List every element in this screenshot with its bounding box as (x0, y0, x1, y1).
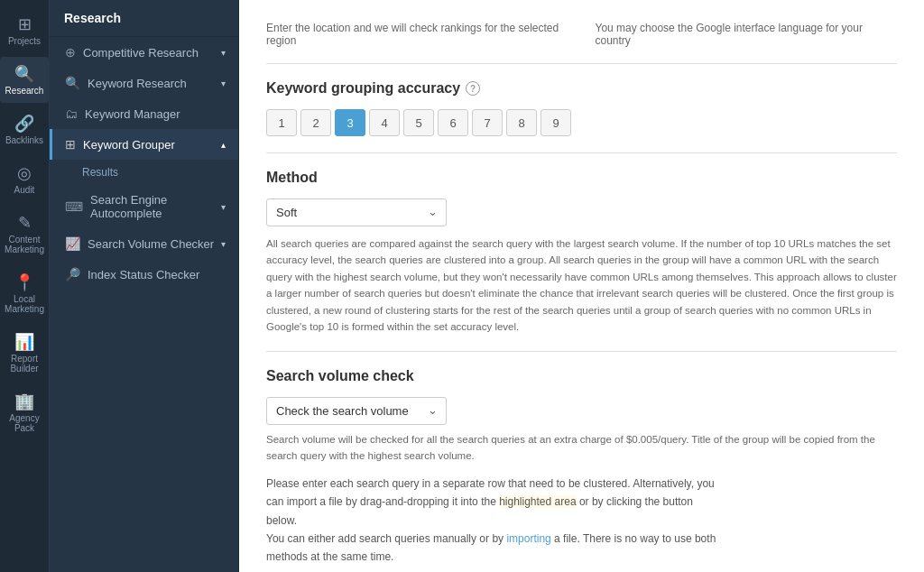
nav-report[interactable]: 📊 Report Builder (0, 325, 49, 381)
nav-agency[interactable]: 🏢 Agency Pack (0, 384, 49, 440)
acc-btn-4[interactable]: 4 (369, 109, 400, 136)
nav-content-label: Content Marketing (4, 235, 45, 254)
nav-audit-label: Audit (14, 185, 35, 195)
search-engine-icon: ⌨ (65, 199, 83, 214)
nav-research-label: Research (5, 86, 44, 96)
sidebar-item-search-engine[interactable]: ⌨ Search Engine Autocomplete ▾ (50, 185, 238, 228)
nav-audit[interactable]: ◎ Audit (0, 156, 49, 202)
acc-btn-9[interactable]: 9 (541, 109, 571, 136)
acc-btn-3[interactable]: 3 (335, 109, 365, 136)
language-desc: You may choose the Google interface lang… (596, 22, 898, 47)
acc-btn-7[interactable]: 7 (472, 109, 503, 136)
nav-local[interactable]: 📍 Local Marketing (0, 265, 49, 321)
grouping-info-icon[interactable]: ? (466, 81, 480, 96)
acc-btn-5[interactable]: 5 (403, 109, 434, 136)
sidebar-item-index-status[interactable]: 🔎 Index Status Checker (50, 259, 238, 290)
sidebar-item-competitive[interactable]: ⊕ Competitive Research ▾ (50, 37, 238, 68)
search-volume-icon: 📈 (65, 236, 80, 251)
instruction-line2: can import a file by drag-and-dropping i… (266, 495, 693, 508)
volume-select-wrapper: Check the search volume Don't check the … (266, 397, 447, 425)
location-col: Enter the location and we will check ran… (266, 18, 568, 47)
nav-content[interactable]: ✎ Content Marketing (0, 206, 49, 262)
research-icon: 🔍 (14, 64, 34, 84)
language-col: You may choose the Google interface lang… (596, 18, 898, 47)
importing-link[interactable]: importing (506, 532, 550, 545)
icon-navigation: ⊞ Projects 🔍 Research 🔗 Backlinks ◎ Audi… (0, 0, 50, 572)
agency-icon: 🏢 (14, 392, 34, 411)
sidebar: Research ⊕ Competitive Research ▾ 🔍 Keyw… (50, 0, 239, 572)
chevron-competitive: ▾ (221, 48, 226, 58)
sidebar-index-status-label: Index Status Checker (88, 268, 199, 281)
location-desc: Enter the location and we will check ran… (266, 22, 568, 47)
chevron-search-volume: ▾ (221, 239, 226, 249)
instructions-block: Please enter each search query in a sepa… (266, 475, 897, 567)
sidebar-item-keyword-manager[interactable]: 🗂 Keyword Manager (50, 98, 238, 129)
volume-description: Search volume will be checked for all th… (266, 432, 897, 464)
method-section: Method Soft Hard All search queries are … (266, 170, 897, 335)
keyword-research-icon: 🔍 (65, 76, 80, 90)
sidebar-item-search-volume[interactable]: 📈 Search Volume Checker ▾ (50, 228, 238, 259)
local-icon: 📍 (14, 272, 34, 292)
sidebar-sub-results[interactable]: Results (50, 160, 238, 185)
nav-research[interactable]: 🔍 Research (0, 57, 49, 103)
sidebar-search-volume-label: Search Volume Checker (88, 237, 214, 251)
nav-projects-label: Projects (8, 36, 41, 46)
sidebar-item-keyword-research[interactable]: 🔍 Keyword Research ▾ (50, 68, 238, 98)
audit-icon: ◎ (17, 163, 32, 183)
acc-btn-8[interactable]: 8 (506, 109, 537, 136)
sidebar-keyword-manager-label: Keyword Manager (85, 107, 180, 121)
divider-1 (266, 63, 897, 64)
method-title: Method (266, 170, 897, 186)
method-select-wrapper: Soft Hard (266, 198, 447, 226)
accuracy-buttons: 1 2 3 4 5 6 7 8 9 (266, 109, 897, 136)
chevron-search-engine: ▾ (221, 202, 226, 212)
divider-3 (266, 351, 897, 352)
projects-icon: ⊞ (18, 14, 32, 34)
method-description: All search queries are compared against … (266, 235, 897, 335)
results-label: Results (82, 166, 118, 179)
search-volume-title: Search volume check (266, 368, 897, 384)
sidebar-item-keyword-grouper[interactable]: ⊞ Keyword Grouper ▴ (50, 129, 238, 160)
top-row: Enter the location and we will check ran… (266, 18, 897, 47)
nav-local-label: Local Marketing (4, 294, 45, 314)
index-status-icon: 🔎 (65, 267, 80, 281)
acc-btn-6[interactable]: 6 (438, 109, 468, 136)
keyword-manager-icon: 🗂 (65, 106, 78, 121)
search-volume-section: Search volume check Check the search vol… (266, 368, 897, 464)
nav-backlinks-label: Backlinks (5, 135, 43, 145)
backlinks-icon: 🔗 (14, 114, 34, 134)
content-icon: ✎ (18, 213, 32, 233)
method-select[interactable]: Soft Hard (266, 198, 447, 226)
instruction-line4: You can either add search queries manual… (266, 532, 716, 545)
nav-backlinks[interactable]: 🔗 Backlinks (0, 106, 49, 152)
grouping-title: Keyword grouping accuracy ? (266, 80, 897, 97)
divider-2 (266, 152, 897, 153)
sidebar-header: Research (50, 0, 238, 37)
acc-btn-1[interactable]: 1 (266, 109, 297, 136)
report-icon: 📊 (14, 332, 34, 352)
nav-projects[interactable]: ⊞ Projects (0, 7, 49, 53)
volume-select[interactable]: Check the search volume Don't check the … (266, 397, 447, 425)
instruction-line3: below. (266, 514, 297, 527)
instruction-line1: Please enter each search query in a sepa… (266, 477, 715, 490)
instruction-line5: methods at the same time. (266, 550, 393, 563)
keyword-grouping-section: Keyword grouping accuracy ? 1 2 3 4 5 6 … (266, 80, 897, 136)
nav-report-label: Report Builder (4, 354, 45, 374)
acc-btn-2[interactable]: 2 (300, 109, 331, 136)
sidebar-competitive-label: Competitive Research (83, 46, 199, 60)
sidebar-keyword-research-label: Keyword Research (88, 77, 187, 90)
sidebar-keyword-grouper-label: Keyword Grouper (83, 138, 175, 152)
keyword-grouper-icon: ⊞ (65, 137, 76, 152)
competitive-icon: ⊕ (65, 45, 76, 60)
chevron-keyword-research: ▾ (221, 78, 226, 88)
main-content: Enter the location and we will check ran… (239, 0, 924, 572)
chevron-keyword-grouper: ▴ (221, 140, 226, 150)
sidebar-search-engine-label: Search Engine Autocomplete (90, 193, 221, 220)
nav-agency-label: Agency Pack (4, 413, 45, 433)
